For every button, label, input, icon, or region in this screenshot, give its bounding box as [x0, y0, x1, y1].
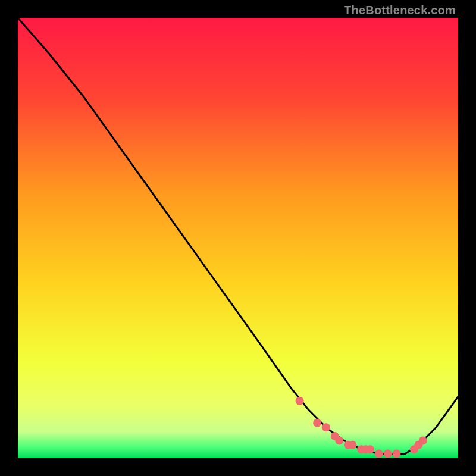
marker-dot — [313, 419, 321, 427]
marker-dot — [335, 436, 343, 444]
marker-dot — [375, 450, 383, 458]
marker-dot — [296, 397, 304, 405]
marker-dot — [384, 450, 392, 458]
chart-frame — [18, 18, 458, 458]
gradient-bg — [18, 18, 458, 458]
marker-dot — [392, 450, 400, 458]
marker-dot — [322, 423, 330, 431]
bottleneck-chart — [18, 18, 458, 458]
marker-dot — [348, 441, 356, 449]
marker-dot — [419, 436, 427, 444]
marker-dot — [366, 445, 374, 453]
attribution-label: TheBottleneck.com — [344, 4, 456, 17]
